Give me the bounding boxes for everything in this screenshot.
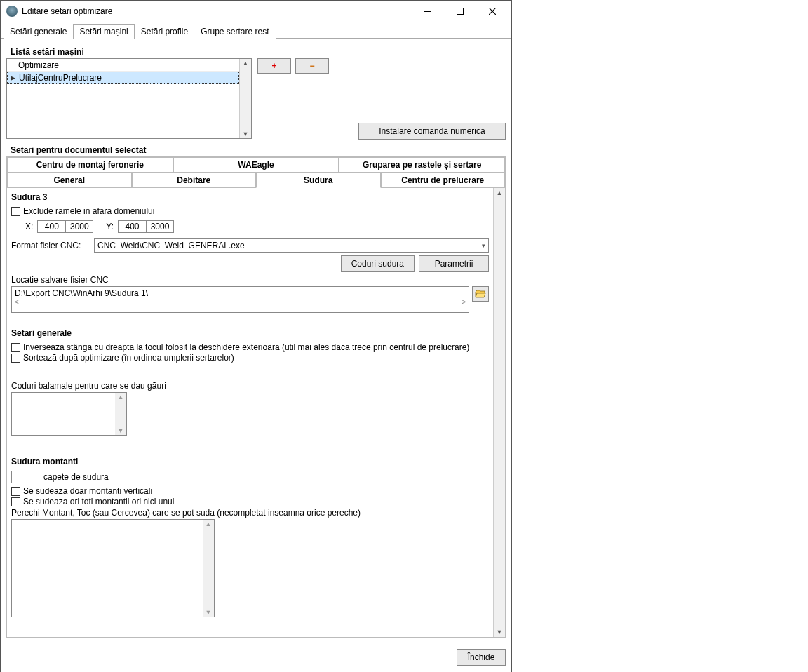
group-sudura3-title: Sudura 3 bbox=[11, 192, 489, 202]
minimize-button[interactable] bbox=[412, 1, 444, 22]
capete-label: capete de sudura bbox=[43, 472, 109, 482]
app-icon bbox=[6, 6, 18, 17]
machine-list-item[interactable]: ▶ UtilajCentruPrelucrare bbox=[7, 72, 239, 84]
tab-gruparea[interactable]: Gruparea pe rastele și sertare bbox=[339, 157, 505, 173]
group-setari-generale-title: Setari generale bbox=[11, 328, 489, 338]
perechi-textarea[interactable]: ▲▼ bbox=[11, 519, 215, 617]
y-max-input[interactable]: 3000 bbox=[146, 220, 174, 233]
chevron-down-icon: ▾ bbox=[482, 242, 485, 249]
doar-verticali-label: Se sudeaza doar montanti verticali bbox=[23, 486, 152, 496]
titlebar: Editare setări optimizare bbox=[1, 1, 511, 22]
tab-sudura[interactable]: Sudură bbox=[256, 173, 381, 188]
browse-button[interactable] bbox=[472, 286, 489, 302]
folder-open-icon bbox=[475, 289, 486, 299]
machine-list[interactable]: Optimizare ▶ UtilajCentruPrelucrare ▲▼ bbox=[6, 58, 252, 139]
sort-after-opt-label: Sortează după optimizare (în ordinea ump… bbox=[23, 353, 234, 363]
locatie-path-input[interactable]: D:\Export CNC\WinArhi 9\Sudura 1\ <> bbox=[11, 286, 469, 313]
locatie-label: Locatie salvare fisier CNC bbox=[11, 275, 489, 285]
group-sudura-montanti-title: Sudura montanti bbox=[11, 457, 489, 466]
parametrii-button[interactable]: Parametrii bbox=[419, 255, 489, 272]
tab-general[interactable]: General bbox=[7, 173, 132, 188]
toti-sau-niciunul-checkbox[interactable] bbox=[11, 497, 20, 506]
perechi-label: Perechi Montant, Toc (sau Cercevea) care… bbox=[11, 508, 489, 518]
doc-section-title: Setări pentru documentul selectat bbox=[11, 145, 506, 155]
format-dropdown[interactable]: CNC_Weld\CNC_Weld_GENERAL.exe ▾ bbox=[94, 238, 489, 253]
coduri-balamale-label: Coduri balamale pentru care se dau găuri bbox=[11, 381, 489, 391]
tab-debitare[interactable]: Debitare bbox=[132, 173, 257, 188]
invert-lr-label: Inversează stânga cu dreapta la tocul fo… bbox=[23, 342, 469, 352]
tab-setari-masini[interactable]: Setări mașini bbox=[73, 24, 134, 39]
x-min-input[interactable]: 400 bbox=[37, 220, 65, 233]
row-indicator-icon: ▶ bbox=[8, 74, 18, 81]
tab-setari-profile[interactable]: Setări profile bbox=[135, 24, 194, 39]
tab-waeagle[interactable]: WAEagle bbox=[173, 157, 339, 173]
install-nc-button[interactable]: Instalare comandă numerică bbox=[358, 123, 506, 140]
format-label: Format fisier CNC: bbox=[11, 241, 88, 250]
y-label: Y: bbox=[106, 222, 114, 231]
toti-sau-niciunul-label: Se sudeaza ori toti montantii ori nici u… bbox=[23, 497, 174, 506]
window-title: Editare setări optimizare bbox=[22, 6, 412, 16]
close-dialog-button[interactable]: Închide bbox=[457, 649, 506, 666]
machine-list-header: Optimizare bbox=[17, 60, 59, 70]
add-machine-button[interactable]: + bbox=[257, 58, 291, 74]
tab-centru-montaj[interactable]: Centru de montaj feronerie bbox=[7, 157, 173, 173]
machine-list-scrollbar[interactable]: ▲▼ bbox=[240, 59, 251, 138]
x-label: X: bbox=[25, 222, 33, 231]
machine-list-title: Listă setări mașini bbox=[11, 47, 506, 57]
y-min-input[interactable]: 400 bbox=[118, 220, 146, 233]
tab-grupe-sertare[interactable]: Grupe sertare rest bbox=[194, 24, 275, 39]
main-tabs: Setări generale Setări mașini Setări pro… bbox=[1, 22, 511, 39]
sort-after-opt-checkbox[interactable] bbox=[11, 354, 20, 363]
exclude-label: Exclude ramele in afara domeniului bbox=[23, 206, 154, 216]
coduri-sudura-button[interactable]: Coduri sudura bbox=[341, 255, 415, 272]
doc-scrollbar[interactable]: ▲▼ bbox=[493, 188, 505, 637]
close-button[interactable] bbox=[476, 1, 509, 22]
exclude-checkbox[interactable] bbox=[11, 207, 20, 216]
invert-lr-checkbox[interactable] bbox=[11, 343, 20, 352]
tab-centru-prelucrare[interactable]: Centru de prelucrare bbox=[381, 173, 506, 188]
doar-verticali-checkbox[interactable] bbox=[11, 487, 20, 496]
capete-input[interactable] bbox=[11, 471, 39, 483]
maximize-button[interactable] bbox=[444, 1, 476, 22]
x-max-input[interactable]: 3000 bbox=[65, 220, 93, 233]
coduri-balamale-textarea[interactable]: ▲▼ bbox=[11, 392, 127, 436]
remove-machine-button[interactable]: − bbox=[295, 58, 329, 74]
tab-setari-generale[interactable]: Setări generale bbox=[4, 24, 73, 39]
